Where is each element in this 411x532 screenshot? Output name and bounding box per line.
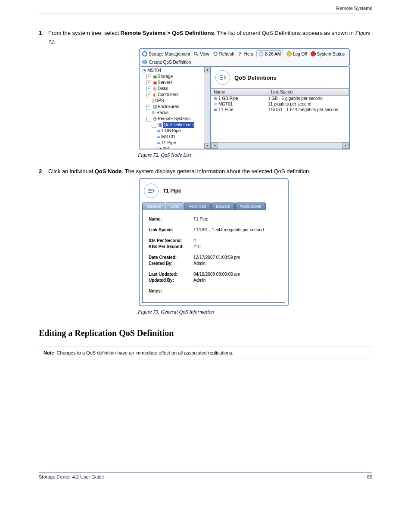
step-2: 2 Click an individual QoS Node. The syst…	[39, 167, 372, 176]
content-hscrollbar[interactable]: ◂▸	[211, 142, 349, 149]
collapse-icon[interactable]: –	[146, 117, 151, 121]
tree-ups[interactable]: ▯ UPS	[141, 98, 209, 104]
system-status-button[interactable]: System Status	[311, 51, 345, 56]
qos-item-icon: ≋	[157, 134, 160, 140]
tree-scrollbar[interactable]: ▴▾	[204, 67, 210, 149]
lbl-notes: Notes:	[149, 289, 193, 293]
svg-point-0	[143, 52, 147, 56]
panel-title: QoS Definitions	[234, 75, 277, 81]
lbl-date-created: Date Created:	[149, 255, 193, 260]
svg-line-2	[197, 55, 198, 56]
tab-panel-general: Name:T1 Pipe Link Speed:T1/DS1 - 1.544 m…	[142, 210, 285, 303]
storage-management-menu[interactable]: Storage Management	[142, 51, 190, 56]
remote-icon: ◔	[153, 116, 157, 122]
refresh-icon	[213, 51, 218, 56]
val-linkspeed: T1/DS1 - 1.544 megabits per second	[193, 227, 279, 232]
expand-icon[interactable]: +	[146, 81, 151, 85]
val-last-updated: 04/10/2008 08:00:00 am	[193, 272, 279, 277]
system-icon: ◔	[141, 68, 146, 73]
tree-qos-t1pipe[interactable]: ≋ T1 Pipe	[141, 140, 209, 146]
lbl-ios: IOs Per Second:	[149, 238, 193, 243]
step-number: 2	[39, 167, 48, 176]
enclosures-icon: ▥	[153, 104, 157, 110]
clock-time: 8:26 AM	[265, 52, 281, 56]
expand-icon[interactable]: +	[152, 147, 156, 149]
tree-disks[interactable]: +◍ Disks	[141, 86, 209, 92]
tree-qos-mgt01[interactable]: ≋ MGT01	[141, 134, 209, 140]
lbl-updated-by: Updated By:	[149, 278, 193, 283]
scroll-left-icon[interactable]: ◂	[211, 143, 218, 149]
tab-general[interactable]: General	[142, 202, 165, 210]
tree-qos-definitions[interactable]: –▦ QoS Definitions	[141, 122, 209, 128]
tree-storage[interactable]: +▣ Storage	[141, 74, 209, 80]
node-icon: ◔	[158, 146, 162, 149]
screenshot-qos-list: Storage Management View Refresh ? Help 8…	[139, 48, 350, 149]
tree-servers[interactable]: +▣ Servers	[141, 80, 209, 86]
lbl-created-by: Created By:	[149, 261, 193, 266]
qos-item-icon: ≋	[214, 96, 217, 101]
tab-advanced[interactable]: Advanced	[184, 202, 211, 210]
scroll-right-icon[interactable]: ▸	[342, 143, 349, 149]
bold-path: Remote Systems > QoS Definitions	[121, 30, 214, 36]
collapse-icon[interactable]: –	[152, 123, 156, 128]
lbl-name: Name:	[149, 217, 193, 221]
qos-item-icon: ≋	[214, 107, 217, 112]
tree-racks[interactable]: Ш Racks	[141, 110, 209, 116]
screenshot-qos-detail: T1 Pipe General Limit Advanced Balance R…	[139, 178, 289, 306]
logoff-button[interactable]: Log Off	[286, 51, 307, 56]
note-label: Note	[44, 350, 54, 355]
tree-pane[interactable]: ◔MST04 +▣ Storage +▣ Servers +◍ Disks +◐…	[140, 67, 211, 149]
lbl-last-updated: Last Updated:	[149, 272, 193, 277]
page-header-right: Remote Systems	[39, 6, 372, 23]
scroll-down-icon[interactable]: ▾	[204, 143, 210, 149]
lbl-linkspeed: Link Speed:	[149, 227, 193, 232]
tree-controllers[interactable]: +◐ Controllers	[141, 92, 209, 98]
expand-icon[interactable]: +	[146, 93, 151, 97]
col-linkspeed[interactable]: Link Speed	[268, 89, 349, 95]
val-created-by: Admin	[193, 261, 279, 266]
qos-item-icon: ≋	[157, 128, 160, 134]
magnifier-icon	[193, 51, 199, 56]
step-text: From the system tree, select Remote Syst…	[48, 29, 372, 46]
servers-icon: ▣	[153, 80, 157, 86]
tab-balance[interactable]: Balance	[211, 202, 235, 210]
expand-icon[interactable]: +	[146, 105, 151, 109]
storage-icon: ▣	[153, 74, 157, 80]
clock-icon	[258, 51, 264, 56]
qos-item-icon: ≋	[157, 140, 160, 146]
note-text: Changes to a QoS definition have an imme…	[57, 350, 234, 355]
refresh-button[interactable]: Refresh	[213, 51, 234, 56]
figure-caption-2: Figure 73. General QoS Information	[138, 309, 372, 315]
tab-limit[interactable]: Limit	[166, 202, 184, 210]
table-row[interactable]: ≋T1 Pipe T1/DS1 - 1.544 megabits per sec…	[211, 107, 349, 112]
step-1: 1 From the system tree, select Remote Sy…	[39, 29, 372, 46]
clock-group: 8:26 AM	[256, 50, 283, 57]
tab-bar: General Limit Advanced Balance Replicati…	[142, 202, 285, 210]
tree-root[interactable]: ◔MST04	[141, 68, 209, 74]
logoff-icon	[286, 51, 292, 56]
svg-point-1	[194, 52, 197, 55]
tree-enclosures[interactable]: +▥ Enclosures	[141, 104, 209, 110]
detail-title: T1 Pipe	[163, 188, 181, 194]
tree-qos-1gb[interactable]: ≋ 1 GB Pipe	[141, 128, 209, 134]
create-qos-button[interactable]: Create QoS Definition	[149, 60, 191, 65]
scroll-up-icon[interactable]: ▴	[204, 67, 210, 72]
expand-icon[interactable]: +	[146, 87, 151, 91]
expand-icon[interactable]: +	[146, 75, 151, 79]
figure-caption-1: Figure 72. QoS Node List	[138, 152, 372, 159]
table-row[interactable]: ≋1 GB Pipe 1 GB - 1 gigabits per second	[211, 96, 349, 101]
tab-replications[interactable]: Replications	[235, 202, 266, 210]
val-updated-by: Admin	[193, 278, 279, 283]
val-ios: 4	[193, 238, 279, 243]
status-icon	[311, 51, 316, 56]
help-button[interactable]: ? Help	[238, 51, 253, 56]
qos-detail-icon	[144, 184, 159, 198]
tree-201[interactable]: +◔ 201	[141, 146, 209, 149]
col-name[interactable]: Name	[211, 89, 268, 95]
tree-remote-systems[interactable]: –◔ Remote Systems	[141, 116, 209, 122]
val-kbs: 210	[193, 244, 279, 249]
view-menu[interactable]: View	[193, 51, 209, 56]
content-pane: QoS Definitions Name Link Speed ≋1 GB Pi…	[211, 67, 349, 149]
table-row[interactable]: ≋MGT01 11 gigabits per second	[211, 101, 349, 107]
qos-header-icon	[215, 70, 230, 85]
